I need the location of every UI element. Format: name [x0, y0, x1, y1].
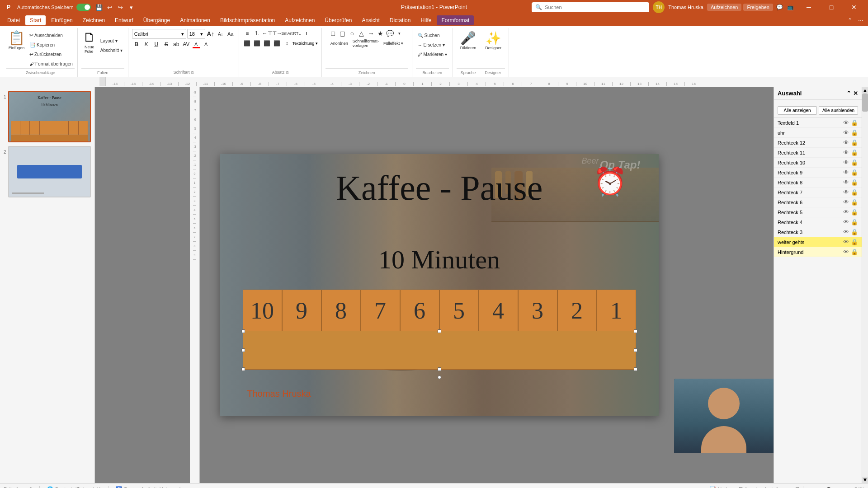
shape-triangle[interactable]: △ [357, 29, 366, 38]
visibility-icon[interactable]: 👁 [843, 139, 849, 146]
lock-icon[interactable]: 🔒 [851, 219, 858, 225]
decrease-indent-btn[interactable]: ←⊤ [263, 29, 272, 38]
increase-font-btn[interactable]: A↑ [206, 29, 215, 38]
vertical-scrollbar[interactable]: ▲ ▼ [862, 87, 868, 483]
layout-btn[interactable]: Layout ▾ [99, 36, 124, 45]
visibility-icon[interactable]: 👁 [843, 229, 849, 235]
align-right-btn[interactable]: ⬛ [263, 39, 272, 48]
lock-icon[interactable]: 🔒 [851, 229, 858, 235]
schnellformatvorlagen-btn[interactable]: Schnellformat-vorlagen [351, 39, 381, 48]
designer-btn[interactable]: ✨ Designer [481, 29, 505, 52]
scroll-thumb[interactable] [862, 94, 868, 112]
visibility-icon[interactable]: 👁 [843, 249, 849, 255]
layer-rechteck9[interactable]: Rechteck 9 👁 🔒 [774, 168, 862, 178]
menu-dictation[interactable]: Dictation [385, 15, 415, 25]
customize-icon[interactable]: ▾ [127, 3, 136, 12]
format-ubertragen-btn[interactable]: 🖌 Format übertragen [28, 59, 75, 68]
visibility-icon[interactable]: 👁 [843, 169, 849, 176]
author-label[interactable]: Thomas Hruska [247, 389, 311, 399]
layer-rechteck3[interactable]: Rechteck 3 👁 🔒 [774, 227, 862, 237]
slide-thumb-1[interactable]: Kaffee - Pause 10 Minuten [8, 91, 91, 142]
decrease-font-btn[interactable]: A↓ [216, 29, 225, 38]
menu-datei[interactable]: Datei [3, 15, 24, 25]
font-spacing-btn[interactable]: AV [182, 40, 191, 49]
layer-rechteck7[interactable]: Rechteck 7 👁 🔒 [774, 188, 862, 197]
bullets-btn[interactable]: ≡ [243, 29, 252, 38]
rotate-handle[interactable] [438, 375, 441, 379]
cols-btn[interactable]: ⫿ [302, 29, 311, 38]
underline-btn[interactable]: U [152, 40, 161, 49]
slide-thumb-2[interactable] [8, 146, 91, 197]
font-size-selector[interactable]: 18 ▾ [187, 29, 205, 39]
alle-ausblenden-btn[interactable]: Alle ausblenden [819, 106, 858, 115]
italic-btn[interactable]: K [142, 40, 151, 49]
absatz-expand-icon[interactable]: ⧉ [286, 70, 288, 75]
shape-rounded-rect[interactable]: ▢ [338, 29, 347, 38]
visibility-icon[interactable]: 👁 [843, 189, 849, 196]
lock-icon[interactable]: 🔒 [851, 169, 858, 176]
lock-icon[interactable]: 🔒 [851, 179, 858, 186]
layer-rechteck8[interactable]: Rechteck 8 👁 🔒 [774, 178, 862, 188]
menu-entwurf[interactable]: Entwurf [110, 15, 138, 25]
lock-icon[interactable]: 🔒 [851, 119, 858, 126]
lock-icon[interactable]: 🔒 [851, 139, 858, 146]
record-btn[interactable]: Aufzeichnen [707, 4, 742, 11]
undo-icon[interactable]: ↩ [105, 3, 114, 12]
textrichtung-btn[interactable]: Textrichtung ▾ [292, 41, 318, 46]
layer-rechteck5[interactable]: Rechteck 5 👁 🔒 [774, 207, 862, 217]
search-bar[interactable]: 🔍 [532, 2, 649, 12]
kopieren-btn[interactable]: 📑 Kopieren [28, 40, 75, 49]
close-btn[interactable]: ✕ [844, 0, 864, 14]
markieren-btn[interactable]: 🖊 Markieren ▾ [416, 50, 449, 59]
lock-icon[interactable]: 🔒 [851, 239, 858, 245]
shape-star[interactable]: ★ [376, 29, 385, 38]
zoom-in-btn[interactable]: + [850, 487, 853, 488]
numbering-btn[interactable]: 1. [253, 29, 262, 38]
countdown-bottom-row[interactable] [243, 331, 636, 370]
align-center-btn[interactable]: ⬛ [253, 39, 262, 48]
suchen-btn[interactable]: 🔍 Suchen [416, 31, 449, 40]
line-spacing-btn[interactable]: ↕ [283, 39, 292, 48]
layer-weiter-gehts[interactable]: weiter gehts 👁 🔒 [774, 237, 862, 247]
layer-rechteck12[interactable]: Rechteck 12 👁 🔒 [774, 138, 862, 148]
ribbon-collapse-icon[interactable]: ⌃ [845, 16, 854, 25]
menu-ansicht[interactable]: Ansicht [357, 15, 384, 25]
anzeigeeinstellungen-btn[interactable]: ⊞ Anzeigeeinstellungen [739, 486, 792, 488]
panel-close-icon[interactable]: ✕ [853, 90, 858, 97]
present-icon[interactable]: 📺 [786, 3, 795, 12]
lock-icon[interactable]: 🔒 [851, 149, 858, 156]
lock-icon[interactable]: 🔒 [851, 159, 858, 166]
menu-einfugen[interactable]: Einfügen [47, 15, 77, 25]
slide-title[interactable]: Kaffee - Pause [243, 168, 636, 208]
scroll-up-btn[interactable]: ▲ [862, 87, 868, 94]
abschnitt-btn[interactable]: Abschnitt ▾ [99, 46, 124, 55]
ausschneiden-btn[interactable]: ✂ Ausschneiden [28, 31, 75, 40]
redo-icon[interactable]: ↪ [116, 3, 125, 12]
visibility-icon[interactable]: 👁 [843, 149, 849, 156]
shape-arrow[interactable]: → [367, 29, 376, 38]
font-name-selector[interactable]: Calibri ▾ [132, 29, 186, 39]
rtl-btn[interactable]: RTL [292, 29, 302, 38]
layer-rechteck10[interactable]: Rechteck 10 👁 🔒 [774, 158, 862, 168]
align-left-btn[interactable]: ⬛ [243, 39, 252, 48]
lock-icon[interactable]: 🔒 [851, 199, 858, 206]
zurucksetzen-btn[interactable]: ↩ Zurücksetzen [28, 50, 75, 59]
justify-btn[interactable]: ⬛ [273, 39, 282, 48]
layer-rechteck4[interactable]: Rechteck 4 👁 🔒 [774, 217, 862, 227]
smartart-btn[interactable]: SmArt [283, 29, 292, 38]
menu-formformat[interactable]: Formformat [437, 15, 474, 25]
menu-uberprüfen[interactable]: Überprüfen [320, 15, 356, 25]
lock-icon[interactable]: 🔒 [851, 209, 858, 216]
autosave-toggle[interactable] [76, 4, 91, 11]
scroll-down-btn[interactable]: ▼ [862, 477, 868, 483]
layer-rechteck6[interactable]: Rechteck 6 👁 🔒 [774, 197, 862, 207]
menu-ubergange[interactable]: Übergänge [139, 15, 175, 25]
comments-icon[interactable]: 💬 [775, 3, 784, 12]
bold-btn[interactable]: B [132, 40, 141, 49]
visibility-icon[interactable]: 👁 [843, 239, 849, 245]
menu-animationen[interactable]: Animationen [175, 15, 215, 25]
lock-icon[interactable]: 🔒 [851, 249, 858, 255]
menu-aufzeichnen[interactable]: Aufzeichnen [280, 15, 319, 25]
visibility-icon[interactable]: 👁 [843, 129, 849, 136]
fulleffekt-btn[interactable]: Fülleffekt ▾ [382, 39, 405, 48]
